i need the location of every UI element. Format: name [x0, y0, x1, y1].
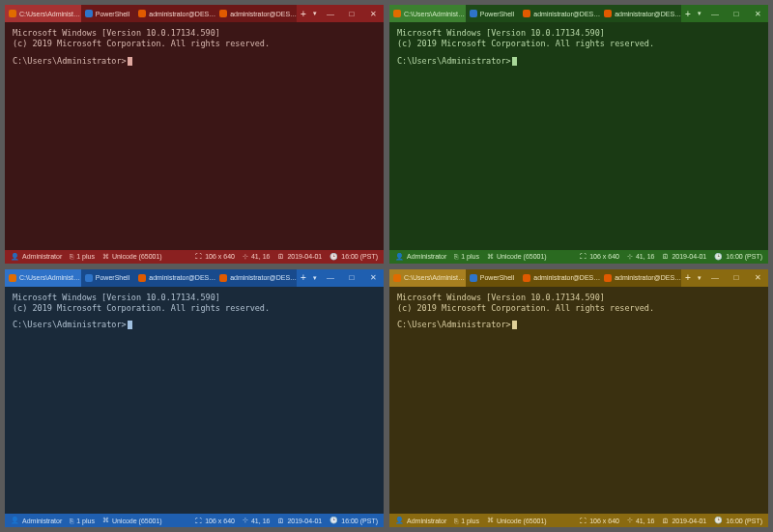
close-button[interactable]: ✕: [747, 269, 768, 287]
new-tab-button[interactable]: +: [297, 269, 310, 287]
status-text: 41, 16: [636, 253, 654, 260]
status-right-item[interactable]: ⊹41, 16: [243, 253, 270, 261]
tab-label: administrator@DES…: [149, 11, 215, 17]
status-left-item[interactable]: ⎘1 plus: [70, 518, 95, 524]
maximize-button[interactable]: □: [341, 269, 362, 287]
status-icon: 👤: [395, 253, 404, 261]
status-right-item[interactable]: ⛶106 x 640: [195, 253, 235, 260]
maximize-button[interactable]: □: [726, 5, 747, 22]
minimize-button[interactable]: —: [320, 5, 341, 22]
status-left-item[interactable]: ⎘1 plus: [70, 253, 95, 260]
status-text: 41, 16: [251, 518, 270, 524]
tab-label: C:\Users\Administ…: [404, 274, 465, 281]
tab-2[interactable]: administrator@DES…×: [519, 5, 600, 22]
cursor-icon: [512, 57, 517, 66]
status-text: 41, 16: [636, 518, 654, 524]
status-left-item[interactable]: 👤Administrator: [395, 253, 446, 261]
tab-2[interactable]: administrator@DES…×: [134, 5, 215, 22]
status-icon: 👤: [11, 517, 19, 524]
tab-label: administrator@DES…: [615, 274, 681, 281]
status-left-item[interactable]: ⌘Unicode (65001): [102, 253, 162, 261]
profile-dropdown-icon[interactable]: ▾: [695, 269, 704, 287]
status-left-item[interactable]: ⎘1 plus: [454, 518, 479, 524]
status-right-item[interactable]: 🕒16:00 (PST): [329, 253, 378, 261]
status-text: 106 x 640: [589, 518, 619, 524]
status-left-item[interactable]: ⎘1 plus: [454, 253, 479, 260]
status-icon: ⌘: [487, 517, 494, 524]
statusbar: 👤Administrator⎘1 plus⌘Unicode (65001)⛶10…: [389, 250, 768, 264]
close-button[interactable]: ✕: [747, 5, 768, 22]
profile-dropdown-icon[interactable]: ▾: [310, 269, 320, 287]
tab-3[interactable]: administrator@DES…×: [215, 5, 297, 22]
status-text: 16:00 (PST): [341, 518, 378, 524]
minimize-button[interactable]: —: [704, 269, 726, 287]
tab-2[interactable]: administrator@DES…×: [134, 269, 215, 287]
status-right-item[interactable]: 🕒16:00 (PST): [714, 517, 762, 524]
minimize-button[interactable]: —: [320, 269, 341, 287]
maximize-button[interactable]: □: [341, 5, 362, 22]
terminal-body[interactable]: Microsoft Windows [Version 10.0.17134.59…: [5, 287, 384, 515]
status-icon: 🕒: [329, 253, 338, 261]
status-right-item[interactable]: 🗓2019-04-01: [277, 253, 322, 260]
tab-2[interactable]: administrator@DES…×: [519, 269, 600, 287]
tab-profile-icon: [85, 10, 93, 17]
status-right-item[interactable]: 🗓2019-04-01: [662, 518, 706, 524]
tab-1[interactable]: PowerShell×: [466, 269, 519, 287]
tab-label: administrator@DES…: [533, 11, 600, 17]
status-right-item[interactable]: ⛶106 x 640: [195, 518, 235, 524]
profile-dropdown-icon[interactable]: ▾: [695, 5, 704, 22]
status-right-item[interactable]: 🕒16:00 (PST): [714, 253, 762, 261]
tab-3[interactable]: administrator@DES…×: [600, 269, 681, 287]
status-left-item[interactable]: ⌘Unicode (65001): [102, 517, 162, 524]
status-left-item[interactable]: ⌘Unicode (65001): [487, 517, 547, 524]
status-right-item[interactable]: ⊹41, 16: [627, 253, 654, 261]
status-left-item[interactable]: 👤Administrator: [11, 253, 62, 261]
tab-label: C:\Users\Administ…: [19, 274, 80, 281]
status-right-item[interactable]: 🗓2019-04-01: [662, 253, 706, 260]
status-icon: 🕒: [714, 253, 723, 261]
status-icon: ⛶: [195, 253, 202, 260]
status-left-item[interactable]: 👤Administrator: [11, 517, 62, 524]
close-button[interactable]: ✕: [362, 269, 384, 287]
tab-1[interactable]: PowerShell×: [466, 5, 519, 22]
close-button[interactable]: ✕: [362, 5, 384, 22]
status-right-item[interactable]: 🕒16:00 (PST): [329, 517, 378, 524]
tab-0[interactable]: C:\Users\Administ…×: [5, 5, 81, 22]
tab-label: administrator@DES…: [533, 274, 600, 281]
new-tab-button[interactable]: +: [681, 5, 695, 22]
window-controls: —□✕: [320, 269, 384, 287]
status-text: 2019-04-01: [287, 518, 322, 524]
status-text: Administrator: [22, 518, 62, 524]
window-controls: —□✕: [704, 269, 768, 287]
status-right-item[interactable]: ⛶106 x 640: [580, 253, 619, 260]
new-tab-button[interactable]: +: [681, 269, 695, 287]
status-left-item[interactable]: 👤Administrator: [395, 517, 446, 524]
maximize-button[interactable]: □: [726, 269, 747, 287]
tab-3[interactable]: administrator@DES…×: [215, 269, 297, 287]
terminal-body[interactable]: Microsoft Windows [Version 10.0.17134.59…: [5, 22, 384, 250]
status-right-item[interactable]: 🗓2019-04-01: [277, 518, 322, 524]
terminal-window-red: C:\Users\Administ…×PowerShell×administra…: [5, 5, 384, 264]
minimize-button[interactable]: —: [704, 5, 726, 22]
tab-label: administrator@DES…: [149, 274, 215, 281]
tab-0[interactable]: C:\Users\Administ…×: [389, 5, 466, 22]
tab-3[interactable]: administrator@DES…×: [600, 5, 681, 22]
status-icon: 🗓: [662, 253, 669, 260]
prompt-text: C:\Users\Administrator>: [397, 320, 511, 329]
profile-dropdown-icon[interactable]: ▾: [310, 5, 320, 22]
status-right-item[interactable]: ⊹41, 16: [243, 517, 270, 524]
tab-profile-icon: [85, 274, 93, 282]
tab-1[interactable]: PowerShell×: [81, 269, 134, 287]
tab-1[interactable]: PowerShell×: [81, 5, 134, 22]
status-icon: ⌘: [102, 517, 109, 524]
status-icon: 🗓: [662, 518, 669, 524]
status-right-item[interactable]: ⊹41, 16: [627, 517, 654, 524]
new-tab-button[interactable]: +: [297, 5, 310, 22]
terminal-body[interactable]: Microsoft Windows [Version 10.0.17134.59…: [389, 287, 768, 515]
status-right-item[interactable]: ⛶106 x 640: [580, 518, 619, 524]
status-left-item[interactable]: ⌘Unicode (65001): [487, 253, 547, 261]
terminal-body[interactable]: Microsoft Windows [Version 10.0.17134.59…: [389, 22, 768, 250]
tab-0[interactable]: C:\Users\Administ…×: [389, 269, 466, 287]
status-text: 106 x 640: [205, 253, 235, 260]
tab-0[interactable]: C:\Users\Administ…×: [5, 269, 81, 287]
